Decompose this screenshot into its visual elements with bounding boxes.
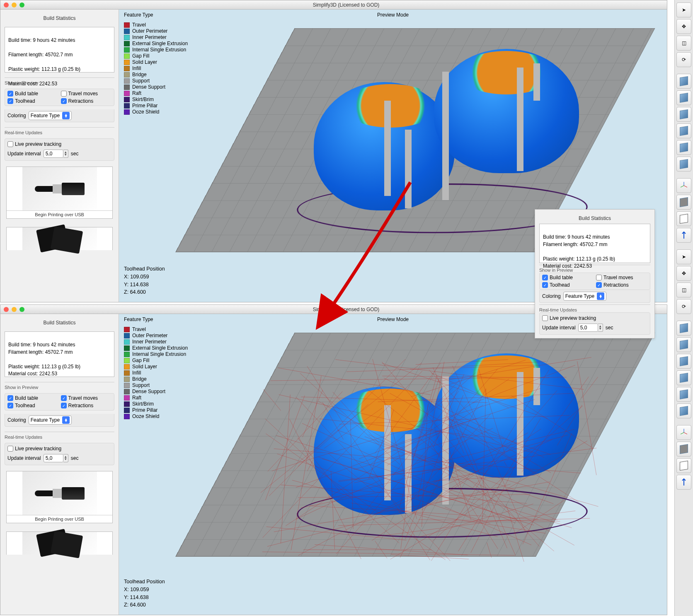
close-icon[interactable] [4, 2, 9, 7]
crop-tool[interactable]: ◫ [676, 36, 691, 51]
view-front[interactable] [676, 337, 691, 352]
refresh-tool[interactable]: ⟳ [676, 52, 691, 67]
legend-item: Internal Single Extrusion [124, 47, 188, 53]
legend-item: Raft [124, 395, 188, 401]
coloring-label: Coloring [7, 113, 26, 118]
legend-swatch [124, 29, 130, 34]
crop-tool[interactable]: ◫ [676, 283, 691, 297]
legend-swatch [124, 53, 130, 59]
retractions-checkbox[interactable]: ✓ [61, 98, 67, 104]
sidebar: Build Statistics Build time: 9 hours 42 … [0, 314, 119, 615]
build-table-checkbox[interactable]: ✓ [542, 275, 548, 280]
toolhead-label: Toolhead [15, 98, 35, 104]
legend-item: Skirt/Brim [124, 97, 188, 102]
retractions-label: Retractions [68, 98, 94, 104]
retractions-checkbox[interactable]: ✓ [61, 403, 67, 408]
legend-swatch [124, 66, 130, 71]
legend-swatch [124, 109, 130, 115]
legend-item: External Single Extrusion [124, 41, 188, 46]
legend-label: Solid Layer [132, 59, 157, 65]
viewport-bottom[interactable]: Feature Type Preview Mode TravelOuter Pe… [119, 314, 667, 615]
wireframe-cube[interactable] [676, 458, 691, 473]
view-front[interactable] [676, 90, 691, 105]
legend-swatch [124, 352, 130, 357]
toolhead-checkbox[interactable]: ✓ [7, 98, 13, 104]
build-table-label: Build table [15, 91, 38, 97]
shaded-cube[interactable] [676, 195, 691, 210]
view-top[interactable] [676, 354, 691, 369]
legend-swatch [124, 339, 130, 345]
live-preview-checkbox[interactable] [7, 141, 13, 147]
travel-moves-checkbox[interactable]: ✓ [61, 395, 67, 401]
legend-label: Bridge [132, 376, 147, 382]
build-table-checkbox[interactable]: ✓ [7, 91, 13, 97]
legend-swatch [124, 364, 130, 370]
legend-label: Prime Pillar [132, 103, 158, 109]
view-back[interactable] [676, 403, 691, 418]
legend-swatch [124, 72, 130, 77]
interval-input[interactable]: 5,0 [44, 454, 63, 462]
zoom-icon[interactable] [19, 2, 24, 7]
coloring-select[interactable]: Feature Type ▲▼ [29, 111, 72, 120]
right-toolbar: ➤ ✥ ◫ ⟳ ➤ ✥ ◫ ⟳ [674, 0, 693, 616]
build-table-checkbox[interactable]: ✓ [7, 395, 13, 401]
retractions-checkbox[interactable]: ✓ [596, 282, 602, 288]
legend-label: Solid Layer [132, 364, 157, 370]
view-right[interactable] [676, 370, 691, 385]
axes-icon[interactable] [676, 178, 691, 193]
interval-stepper[interactable]: ▲▼ [598, 324, 603, 332]
sd-card[interactable] [6, 531, 113, 555]
legend-item: Skirt/Brim [124, 401, 188, 407]
view-left[interactable] [676, 387, 691, 402]
view-right[interactable] [676, 123, 691, 138]
wireframe-cube[interactable] [676, 211, 691, 226]
cursor-tool[interactable]: ➤ [676, 249, 691, 264]
legend-swatch [124, 78, 130, 84]
legend-label: Outer Perimeter [132, 28, 167, 34]
legend-label: Travel [132, 22, 146, 28]
svg-line-142 [681, 186, 684, 187]
svg-line-145 [684, 432, 687, 434]
minimize-icon[interactable] [12, 2, 17, 7]
legend-item: Solid Layer [124, 364, 188, 370]
sd-card[interactable] [6, 227, 113, 250]
live-preview-checkbox[interactable] [542, 315, 548, 321]
legend-item: Dense Support [124, 389, 188, 394]
travel-moves-checkbox[interactable] [61, 91, 67, 97]
axes-icon[interactable] [676, 425, 691, 440]
shaded-cube[interactable] [676, 442, 691, 457]
toolhead-checkbox[interactable]: ✓ [7, 403, 13, 408]
view-back[interactable] [676, 157, 691, 172]
legend-label: Internal Single Extrusion [132, 351, 186, 357]
view-top[interactable] [676, 107, 691, 122]
legend-label: Prime Pillar [132, 407, 158, 413]
view-left[interactable] [676, 140, 691, 155]
zoom-fit[interactable] [676, 475, 691, 490]
close-icon[interactable] [4, 307, 9, 312]
coloring-select[interactable]: Feature Type ▲▼ [29, 415, 72, 425]
legend-swatch [124, 377, 130, 382]
interval-input[interactable]: 5,0 [44, 150, 63, 158]
minimize-icon[interactable] [12, 307, 17, 312]
pan-tool[interactable]: ✥ [676, 266, 691, 281]
legend-label: Infill [132, 370, 141, 376]
pan-tool[interactable]: ✥ [676, 19, 691, 34]
view-iso[interactable] [676, 321, 691, 336]
zoom-icon[interactable] [19, 307, 24, 312]
travel-moves-checkbox[interactable] [596, 275, 602, 280]
sec-label: sec [71, 151, 79, 157]
show-in-preview-label: Show in Preview [5, 77, 114, 85]
zoom-fit[interactable] [676, 228, 691, 243]
toolhead-checkbox[interactable]: ✓ [542, 282, 548, 288]
live-preview-checkbox[interactable] [7, 446, 13, 452]
interval-stepper[interactable]: ▲▼ [63, 150, 68, 158]
cursor-tool[interactable]: ➤ [676, 2, 691, 17]
usb-card[interactable]: Begin Printing over USB [6, 471, 113, 523]
refresh-tool[interactable]: ⟳ [676, 299, 691, 314]
usb-card[interactable]: Begin Printing over USB [6, 167, 113, 219]
coloring-select[interactable]: Feature Type ▲▼ [563, 292, 607, 301]
interval-stepper[interactable]: ▲▼ [63, 454, 68, 462]
view-iso[interactable] [676, 74, 691, 89]
interval-input[interactable]: 5,0 [578, 324, 598, 332]
legend-swatch [124, 91, 130, 96]
